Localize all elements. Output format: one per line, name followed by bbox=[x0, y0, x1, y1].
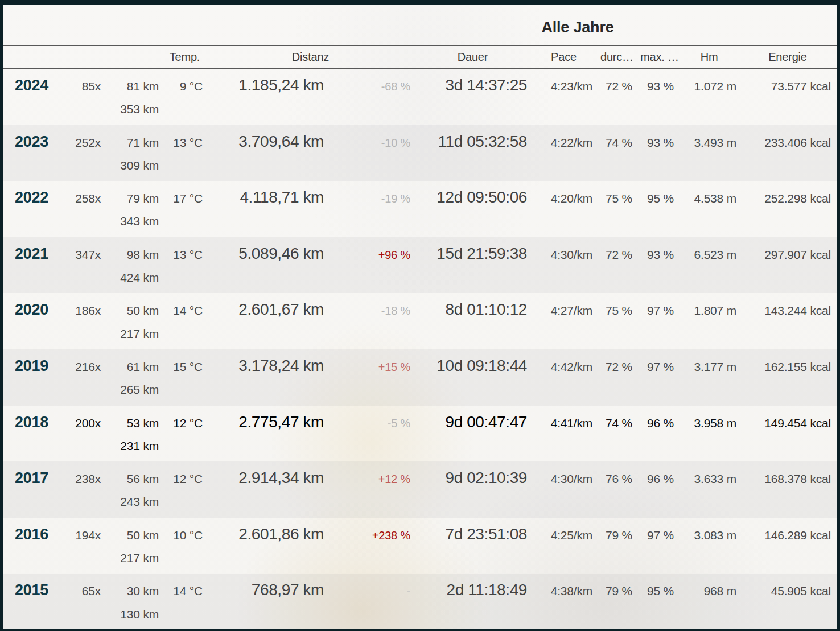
year-row[interactable]: 2019 216x 61 km 265 km 15 °C 3.178,24 km… bbox=[3, 349, 837, 406]
max-heartrate-percent: 93 % bbox=[632, 247, 674, 262]
temperature: 12 °C bbox=[159, 415, 203, 431]
activity-count: 252x bbox=[52, 135, 101, 150]
elevation-value: 6.523 m bbox=[674, 247, 736, 262]
avg-heartrate-percent: 72 % bbox=[592, 79, 632, 94]
km-line-1: 61 km bbox=[101, 359, 159, 374]
distance-value: 3.178,24 km bbox=[203, 356, 324, 376]
km-line-2: 309 km bbox=[101, 158, 159, 173]
energy-value: 252.298 kcal bbox=[736, 191, 831, 206]
km-line-2: 243 km bbox=[101, 494, 159, 509]
year-label: 2017 bbox=[8, 469, 52, 487]
pace-value: 4:22/km bbox=[527, 135, 592, 150]
year-label: 2016 bbox=[8, 526, 52, 543]
year-label: 2022 bbox=[8, 189, 52, 207]
energy-value: 45.905 kcal bbox=[736, 583, 831, 599]
temperature: 15 °C bbox=[159, 359, 203, 374]
column-header-distance: Distanz bbox=[203, 51, 410, 64]
pace-value: 4:38/km bbox=[527, 583, 592, 599]
distance-change-percent: -10 % bbox=[324, 137, 410, 150]
column-header-max-heartrate: max. … bbox=[632, 51, 674, 64]
year-label: 2023 bbox=[8, 133, 52, 151]
avg-heartrate-percent: 74 % bbox=[592, 135, 632, 150]
elevation-value: 3.958 m bbox=[674, 415, 736, 431]
year-row[interactable]: 2022 258x 79 km 343 km 17 °C 4.118,71 km… bbox=[3, 181, 837, 237]
km-line-1: 53 km bbox=[101, 415, 159, 431]
elevation-value: 4.538 m bbox=[674, 191, 736, 206]
avg-heartrate-percent: 72 % bbox=[592, 359, 632, 374]
elevation-value: 1.072 m bbox=[674, 79, 736, 94]
km-line-1: 56 km bbox=[101, 471, 159, 486]
distance-change-percent: +12 % bbox=[324, 473, 410, 486]
year-row[interactable]: 2020 186x 50 km 217 km 14 °C 2.601,67 km… bbox=[3, 293, 837, 349]
km-summary-cell: 50 km 217 km bbox=[101, 303, 159, 341]
year-row[interactable]: 2023 252x 71 km 309 km 13 °C 3.709,64 km… bbox=[3, 125, 837, 182]
elevation-value: 3.493 m bbox=[674, 135, 736, 150]
pace-value: 4:30/km bbox=[527, 471, 592, 486]
pace-value: 4:23/km bbox=[527, 79, 592, 94]
year-row[interactable]: 2024 85x 81 km 353 km 9 °C 1.185,24 km -… bbox=[3, 69, 837, 125]
distance-change-percent: -18 % bbox=[324, 304, 410, 317]
distance-value: 768,97 km bbox=[203, 580, 324, 600]
max-heartrate-percent: 95 % bbox=[632, 583, 674, 599]
year-label: 2015 bbox=[8, 581, 52, 599]
energy-value: 233.406 kcal bbox=[736, 135, 831, 150]
distance-change-percent: +15 % bbox=[324, 361, 410, 374]
duration-value: 10d 09:18:44 bbox=[410, 356, 527, 376]
year-row[interactable]: 2021 347x 98 km 424 km 13 °C 5.089,46 km… bbox=[3, 237, 837, 294]
pace-value: 4:27/km bbox=[527, 303, 592, 318]
activity-count: 194x bbox=[52, 527, 101, 543]
duration-value: 3d 14:37:25 bbox=[410, 75, 527, 96]
km-line-1: 81 km bbox=[101, 79, 159, 94]
km-summary-cell: 30 km 130 km bbox=[101, 583, 159, 622]
km-line-2: 217 km bbox=[101, 550, 159, 566]
km-summary-cell: 61 km 265 km bbox=[101, 359, 159, 398]
activity-count: 238x bbox=[52, 471, 101, 486]
km-summary-cell: 81 km 353 km bbox=[101, 79, 159, 117]
activity-count: 200x bbox=[52, 415, 101, 431]
temperature: 14 °C bbox=[159, 303, 203, 318]
duration-value: 12d 09:50:06 bbox=[410, 187, 527, 208]
year-row[interactable]: 2015 65x 30 km 130 km 14 °C 768,97 km - … bbox=[3, 574, 837, 629]
distance-value: 2.775,47 km bbox=[203, 412, 324, 432]
duration-value: 15d 21:59:38 bbox=[410, 244, 527, 264]
column-header-energy: Energie bbox=[736, 51, 831, 64]
column-header-pace: Pace bbox=[527, 51, 592, 64]
distance-change-percent: +238 % bbox=[324, 529, 410, 542]
max-heartrate-percent: 95 % bbox=[632, 191, 674, 206]
duration-value: 8d 01:10:12 bbox=[410, 299, 527, 320]
km-line-2: 265 km bbox=[101, 382, 159, 397]
year-label: 2020 bbox=[8, 301, 52, 319]
km-line-1: 98 km bbox=[101, 247, 159, 262]
max-heartrate-percent: 97 % bbox=[632, 527, 674, 543]
temperature: 17 °C bbox=[159, 191, 203, 206]
year-row[interactable]: 2017 238x 56 km 243 km 12 °C 2.914,34 km… bbox=[3, 461, 837, 518]
elevation-value: 3.177 m bbox=[674, 359, 736, 374]
km-line-1: 79 km bbox=[101, 191, 159, 206]
energy-value: 73.577 kcal bbox=[736, 79, 831, 94]
distance-value: 2.601,67 km bbox=[203, 299, 324, 320]
distance-value: 2.601,86 km bbox=[203, 524, 324, 545]
elevation-value: 3.633 m bbox=[674, 471, 736, 486]
activity-count: 85x bbox=[52, 79, 101, 94]
distance-change-percent: +96 % bbox=[324, 249, 410, 262]
km-line-2: 424 km bbox=[101, 270, 159, 285]
year-row[interactable]: 2018 200x 53 km 231 km 12 °C 2.775,47 km… bbox=[3, 406, 837, 462]
duration-value: 2d 11:18:49 bbox=[410, 580, 527, 600]
activity-count: 216x bbox=[52, 359, 101, 374]
pace-value: 4:25/km bbox=[527, 527, 592, 543]
pace-value: 4:41/km bbox=[527, 415, 592, 431]
elevation-value: 1.807 m bbox=[674, 303, 736, 318]
max-heartrate-percent: 97 % bbox=[632, 359, 674, 374]
energy-value: 297.907 kcal bbox=[736, 247, 831, 262]
energy-value: 149.454 kcal bbox=[736, 415, 831, 431]
distance-value: 2.914,34 km bbox=[203, 468, 324, 488]
km-line-2: 231 km bbox=[101, 438, 159, 453]
max-heartrate-percent: 93 % bbox=[632, 79, 674, 94]
year-row[interactable]: 2016 194x 50 km 217 km 10 °C 2.601,86 km… bbox=[3, 518, 837, 574]
km-summary-cell: 79 km 343 km bbox=[101, 191, 159, 229]
energy-value: 146.289 kcal bbox=[736, 527, 831, 543]
temperature: 12 °C bbox=[159, 471, 203, 486]
km-line-2: 343 km bbox=[101, 213, 159, 229]
distance-change-percent: -68 % bbox=[324, 80, 410, 93]
distance-value: 5.089,46 km bbox=[203, 244, 324, 264]
